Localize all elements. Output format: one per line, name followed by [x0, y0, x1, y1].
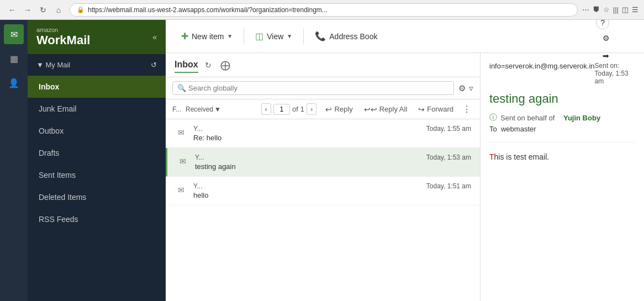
split-view-icon[interactable]: ◫: [622, 6, 629, 14]
col-from[interactable]: F...: [172, 105, 181, 113]
sidebar-item-rss[interactable]: RSS Feeds: [28, 208, 166, 230]
add-tab-button[interactable]: ⨁: [218, 57, 233, 73]
sidebar-my-mail[interactable]: ▼ My Mail ↺: [28, 54, 166, 76]
email-subject-main: testing again: [489, 92, 635, 106]
forward-button[interactable]: →: [21, 3, 34, 17]
sidebar-left: ✉ ▦ 👤: [0, 20, 28, 301]
new-item-button[interactable]: ✚ New item ▼: [175, 27, 239, 46]
refresh-button[interactable]: ↻: [36, 3, 50, 17]
page-input[interactable]: [273, 104, 290, 115]
email-item-1[interactable]: ✉ Y... Today, 1:55 am Re: hello: [166, 119, 480, 148]
sidebar-nav: amazon WorkMail « ▼ My Mail ↺ Inbox Junk…: [28, 20, 166, 301]
address-book-button[interactable]: 📞 Address Book: [308, 27, 384, 46]
col-received-caret: ▼: [214, 105, 221, 113]
email-meta-behalf: ⓘ Sent on behalf of Yujin Boby: [489, 113, 635, 123]
email-envelope-icon-1: ✉: [175, 126, 188, 139]
email-item-2[interactable]: ✉ Y... Today, 1:53 am testing again: [166, 148, 480, 177]
search-box: 🔍: [172, 81, 454, 95]
help-button[interactable]: ?: [596, 20, 609, 29]
browser-url-bar[interactable]: 🔒 https://webmail.mail.us-west-2.awsapps…: [70, 3, 578, 17]
reply-label: Reply: [334, 105, 352, 113]
sidebar-item-deleted[interactable]: Deleted Items: [28, 186, 166, 208]
email-item-3[interactable]: ✉ Y... Today, 1:51 am hello: [166, 177, 480, 205]
email-time-3: Today, 1:51 am: [426, 182, 471, 190]
sidebar-icon-contacts[interactable]: 👤: [4, 73, 24, 93]
behalf-person: Yujin Boby: [563, 114, 600, 122]
to-address: webmaster: [501, 125, 536, 133]
url-text: https://webmail.mail.us-west-2.awsapps.c…: [88, 6, 571, 14]
view-button[interactable]: ◫ View ▼: [249, 27, 299, 46]
email-list-toolbar: 🔍 ⚙ ▿: [166, 77, 480, 99]
view-label: View: [267, 32, 283, 41]
col-received[interactable]: Received ▼: [186, 105, 221, 113]
email-view-panel: info=serverok.in@mg.serverok.in Sent on:…: [481, 53, 644, 301]
menu-icon[interactable]: ⋯: [582, 6, 589, 14]
page-total: 1: [300, 105, 304, 113]
settings-filter-icon[interactable]: ⚙: [458, 83, 466, 93]
address-book-icon: 📞: [315, 31, 326, 41]
reply-all-icon: ↩↩: [364, 105, 377, 114]
browser-nav: ← → ↻ ⌂: [6, 3, 65, 17]
page-prev-button[interactable]: ‹: [261, 103, 271, 115]
email-divider: [489, 142, 635, 142]
email-list-nav: F... Received ▼ ‹ of 1 ›: [166, 99, 480, 119]
more-button[interactable]: ⋮: [460, 102, 473, 117]
star-icon[interactable]: ☆: [603, 6, 610, 14]
settings-button[interactable]: ⚙: [596, 29, 616, 47]
view-caret: ▼: [287, 33, 292, 39]
sidebar-item-sent[interactable]: Sent Items: [28, 164, 166, 186]
sidebar-refresh-icon[interactable]: ↺: [151, 61, 157, 69]
email-body: This is test email.: [489, 151, 635, 163]
email-item-header-3: Y... Today, 1:51 am: [193, 182, 471, 190]
library-icon[interactable]: |||: [613, 6, 619, 14]
home-button[interactable]: ⌂: [52, 3, 65, 17]
sidebar-item-drafts[interactable]: Drafts: [28, 142, 166, 164]
sidebar-collapse-button[interactable]: «: [152, 33, 157, 41]
new-item-icon: ✚: [181, 31, 188, 41]
to-label: To: [489, 125, 499, 133]
my-mail-label: ▼ My Mail: [36, 61, 70, 69]
filter-icon[interactable]: ▿: [469, 83, 473, 93]
sidebar-item-inbox[interactable]: Inbox: [28, 76, 166, 98]
email-from: info=serverok.in@mg.serverok.in: [489, 62, 595, 70]
col-header-right: ‹ of 1 › ↩ Reply ↩↩: [261, 102, 474, 117]
main-content: ✚ New item ▼ ◫ View ▼ 📞 Address Book web…: [166, 20, 644, 301]
reply-icon: ↩: [325, 105, 332, 114]
view-icon: ◫: [255, 31, 263, 41]
email-envelope-icon-3: ✉: [175, 183, 188, 197]
lock-icon: 🔒: [77, 6, 85, 13]
forward-button[interactable]: ↪ Forward: [414, 103, 458, 116]
sidebar-items: Inbox Junk Email Outbox Drafts Sent Item…: [28, 76, 166, 230]
email-time-2: Today, 1:53 am: [426, 154, 471, 161]
email-view-header: info=serverok.in@mg.serverok.in Sent on:…: [489, 62, 635, 85]
inbox-refresh-button[interactable]: ↻: [203, 59, 214, 72]
action-buttons: ↩ Reply ↩↩ Reply All ↪ Forward: [321, 102, 473, 117]
search-input[interactable]: [188, 84, 449, 92]
reply-all-button[interactable]: ↩↩ Reply All: [360, 103, 412, 116]
hamburger-icon[interactable]: ☰: [632, 6, 638, 14]
sidebar-logo: amazon WorkMail: [36, 27, 90, 47]
email-item-content-3: Y... Today, 1:51 am hello: [193, 182, 471, 199]
amazon-label: amazon: [36, 27, 90, 33]
toolbar-divider-2: [303, 28, 304, 45]
workmail-label: WorkMail: [36, 33, 90, 47]
search-icon: 🔍: [177, 84, 186, 92]
sidebar-icon-mail[interactable]: ✉: [4, 24, 24, 44]
sidebar-item-junk[interactable]: Junk Email: [28, 98, 166, 120]
new-item-caret: ▼: [227, 33, 233, 39]
page-of: of: [292, 105, 298, 113]
browser-right-controls: ⋯ ⛊ ☆ ||| ◫ ☰: [582, 6, 638, 14]
sidebar-item-outbox[interactable]: Outbox: [28, 120, 166, 142]
email-sender-2: Y...: [195, 154, 204, 161]
info-icon: ⓘ: [489, 113, 497, 123]
inbox-tab[interactable]: Inbox: [175, 57, 198, 73]
back-button[interactable]: ←: [6, 3, 19, 17]
toolbar-divider-1: [244, 28, 244, 45]
sidebar-icon-calendar[interactable]: ▦: [4, 49, 24, 68]
email-sender-1: Y...: [193, 125, 202, 133]
reply-button[interactable]: ↩ Reply: [321, 103, 357, 116]
page-nav: ‹ of 1 ›: [261, 103, 317, 115]
address-book-label: Address Book: [329, 32, 377, 41]
page-next-button[interactable]: ›: [307, 103, 316, 115]
behalf-label: Sent on behalf of: [500, 114, 555, 122]
